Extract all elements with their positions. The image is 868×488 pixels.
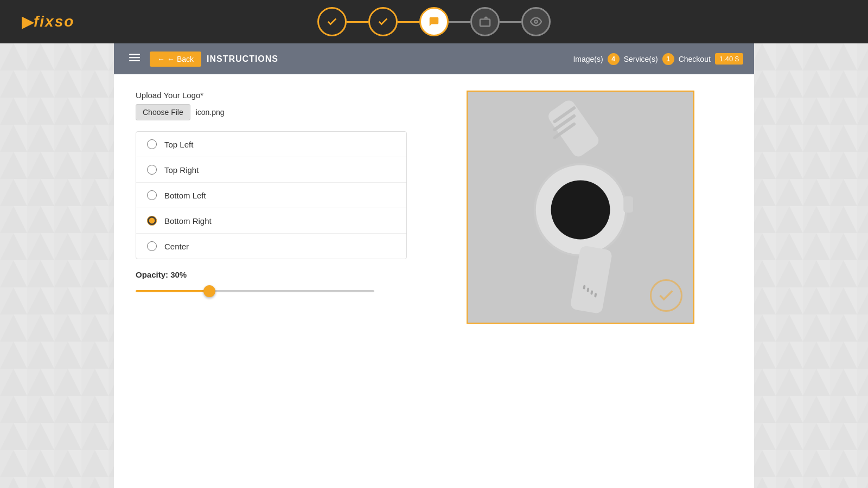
label-center: Center [164, 242, 189, 251]
logo-area: ▶ fixso [22, 13, 74, 31]
hamburger-button[interactable] [125, 50, 144, 68]
choose-file-button[interactable]: Choose File [136, 104, 190, 120]
position-options-box: Top Left Top Right Bottom Left Bottom Ri… [136, 131, 407, 259]
svg-rect-6 [480, 19, 490, 26]
step-4[interactable] [470, 7, 500, 36]
option-row-bottom-left[interactable]: Bottom Left [136, 183, 406, 208]
right-panel [429, 91, 732, 324]
upload-label: Upload Your Logo* [136, 91, 407, 100]
sub-header: ← ← Back INSTRUCTIONS Image(s) 4 Service… [114, 43, 754, 74]
opacity-slider[interactable] [136, 290, 374, 292]
option-row-center[interactable]: Center [136, 234, 406, 259]
back-label: ← Back [167, 55, 194, 63]
radio-center[interactable] [147, 241, 157, 251]
step-3[interactable] [419, 7, 449, 36]
radio-top-right[interactable] [147, 165, 157, 175]
option-row-top-right[interactable]: Top Right [136, 157, 406, 183]
watermark-overlay [650, 279, 682, 312]
option-row-bottom-right[interactable]: Bottom Right [136, 208, 406, 234]
label-top-left: Top Left [164, 140, 193, 149]
svg-rect-10 [129, 60, 140, 61]
step-2[interactable] [368, 7, 398, 36]
upload-section: Upload Your Logo* Choose File icon.png [136, 91, 407, 120]
option-row-top-left[interactable]: Top Left [136, 132, 406, 157]
label-bottom-left: Bottom Left [164, 191, 206, 200]
svg-rect-9 [129, 57, 140, 58]
checkout-label: Checkout [679, 55, 711, 63]
connector-4-5 [500, 21, 521, 23]
back-button[interactable]: ← ← Back [150, 52, 201, 67]
opacity-value: 30% [170, 270, 187, 279]
content-body: Upload Your Logo* Choose File icon.png T… [114, 74, 754, 340]
step-1[interactable] [317, 7, 347, 36]
label-top-right: Top Right [164, 165, 199, 175]
opacity-section: Opacity: 30% [136, 270, 407, 294]
svg-rect-8 [129, 54, 140, 55]
preview-container [467, 91, 694, 324]
images-badge: 4 [608, 53, 620, 65]
checkout-badge: 1.40 $ [715, 53, 743, 65]
background-pattern-left [0, 43, 114, 488]
main-content: ← ← Back INSTRUCTIONS Image(s) 4 Service… [114, 43, 754, 488]
left-panel: Upload Your Logo* Choose File icon.png T… [136, 91, 407, 324]
opacity-label: Opacity: 30% [136, 270, 407, 279]
svg-rect-2 [0, 43, 114, 488]
radio-top-left[interactable] [147, 139, 157, 149]
images-label: Image(s) [573, 55, 603, 63]
connector-1-2 [347, 21, 368, 23]
connector-2-3 [398, 21, 419, 23]
sub-header-right: Image(s) 4 Service(s) 1 Checkout 1.40 $ [573, 53, 743, 65]
slider-container [136, 285, 374, 294]
connector-3-4 [449, 21, 470, 23]
file-name-display: icon.png [196, 108, 225, 117]
logo-text: fixso [34, 13, 74, 30]
instructions-label: INSTRUCTIONS [207, 54, 278, 64]
top-navigation: ▶ fixso [0, 0, 868, 43]
logo-bracket: ▶ [22, 13, 34, 31]
step-5[interactable] [521, 7, 551, 36]
services-badge: 1 [662, 53, 674, 65]
file-input-area: Choose File icon.png [136, 104, 407, 120]
back-arrow: ← [157, 55, 165, 63]
label-bottom-right: Bottom Right [164, 216, 212, 226]
svg-point-7 [534, 20, 538, 23]
opacity-text: Opacity: [136, 270, 168, 279]
sub-header-left: ← ← Back INSTRUCTIONS [125, 50, 278, 68]
radio-bottom-left[interactable] [147, 190, 157, 200]
radio-bottom-right[interactable] [147, 216, 157, 226]
steps-container [317, 7, 551, 36]
svg-point-14 [551, 180, 610, 239]
svg-rect-23 [623, 196, 633, 213]
services-label: Service(s) [624, 55, 658, 63]
